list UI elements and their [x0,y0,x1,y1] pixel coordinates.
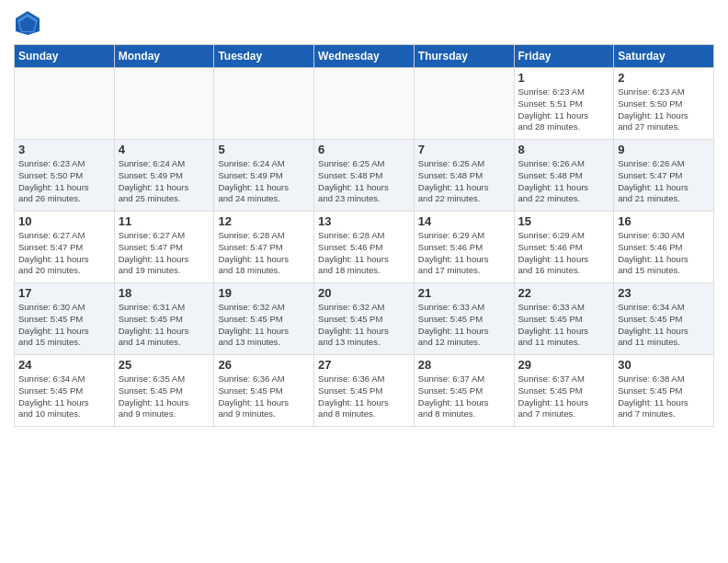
calendar-week-1: 1Sunrise: 6:23 AM Sunset: 5:51 PM Daylig… [15,68,714,140]
calendar-cell: 24Sunrise: 6:34 AM Sunset: 5:45 PM Dayli… [15,355,115,427]
day-info: Sunrise: 6:30 AM Sunset: 5:45 PM Dayligh… [18,302,110,349]
calendar-cell: 11Sunrise: 6:27 AM Sunset: 5:47 PM Dayli… [114,212,214,283]
day-number: 11 [119,214,210,228]
weekday-header-friday: Friday [514,45,614,68]
calendar-cell: 15Sunrise: 6:29 AM Sunset: 5:46 PM Dayli… [514,212,614,283]
day-info: Sunrise: 6:24 AM Sunset: 5:49 PM Dayligh… [218,158,310,205]
day-info: Sunrise: 6:33 AM Sunset: 5:45 PM Dayligh… [518,302,610,349]
day-number: 30 [618,358,710,372]
day-info: Sunrise: 6:31 AM Sunset: 5:45 PM Dayligh… [119,302,210,349]
weekday-header-thursday: Thursday [414,45,514,68]
calendar-cell [314,68,415,140]
day-number: 28 [418,358,510,372]
day-info: Sunrise: 6:36 AM Sunset: 5:45 PM Dayligh… [218,373,310,420]
day-info: Sunrise: 6:25 AM Sunset: 5:48 PM Dayligh… [318,158,410,205]
day-number: 17 [18,286,110,300]
calendar-cell: 27Sunrise: 6:36 AM Sunset: 5:45 PM Dayli… [314,355,415,427]
calendar-cell: 6Sunrise: 6:25 AM Sunset: 5:48 PM Daylig… [314,140,415,212]
weekday-header-saturday: Saturday [614,45,714,68]
calendar-cell: 23Sunrise: 6:34 AM Sunset: 5:45 PM Dayli… [614,283,714,355]
day-info: Sunrise: 6:29 AM Sunset: 5:46 PM Dayligh… [418,230,510,277]
calendar-cell [214,68,314,140]
calendar-cell: 4Sunrise: 6:24 AM Sunset: 5:49 PM Daylig… [114,140,214,212]
calendar-week-2: 3Sunrise: 6:23 AM Sunset: 5:50 PM Daylig… [15,140,714,212]
day-number: 1 [518,71,610,85]
day-info: Sunrise: 6:28 AM Sunset: 5:47 PM Dayligh… [218,230,310,277]
calendar-cell: 19Sunrise: 6:32 AM Sunset: 5:45 PM Dayli… [214,283,314,355]
day-number: 19 [218,286,310,300]
day-info: Sunrise: 6:34 AM Sunset: 5:45 PM Dayligh… [18,373,110,420]
calendar-cell: 26Sunrise: 6:36 AM Sunset: 5:45 PM Dayli… [214,355,314,427]
day-number: 15 [518,214,610,228]
calendar-cell: 16Sunrise: 6:30 AM Sunset: 5:46 PM Dayli… [614,212,714,283]
weekday-header-wednesday: Wednesday [314,45,415,68]
day-info: Sunrise: 6:34 AM Sunset: 5:45 PM Dayligh… [618,302,710,349]
day-info: Sunrise: 6:38 AM Sunset: 5:45 PM Dayligh… [618,373,710,420]
day-info: Sunrise: 6:27 AM Sunset: 5:47 PM Dayligh… [18,230,110,277]
calendar-cell: 7Sunrise: 6:25 AM Sunset: 5:48 PM Daylig… [414,140,514,212]
day-info: Sunrise: 6:23 AM Sunset: 5:50 PM Dayligh… [18,158,110,205]
day-number: 24 [18,358,110,372]
day-info: Sunrise: 6:30 AM Sunset: 5:46 PM Dayligh… [618,230,710,277]
day-info: Sunrise: 6:37 AM Sunset: 5:45 PM Dayligh… [518,373,610,420]
calendar: SundayMondayTuesdayWednesdayThursdayFrid… [14,44,714,427]
day-number: 20 [318,286,410,300]
day-info: Sunrise: 6:27 AM Sunset: 5:47 PM Dayligh… [119,230,210,277]
weekday-header-tuesday: Tuesday [214,45,314,68]
day-number: 29 [518,358,610,372]
calendar-cell: 17Sunrise: 6:30 AM Sunset: 5:45 PM Dayli… [15,283,115,355]
calendar-week-4: 17Sunrise: 6:30 AM Sunset: 5:45 PM Dayli… [15,283,714,355]
weekday-header-sunday: Sunday [15,45,115,68]
calendar-week-5: 24Sunrise: 6:34 AM Sunset: 5:45 PM Dayli… [15,355,714,427]
calendar-cell: 8Sunrise: 6:26 AM Sunset: 5:48 PM Daylig… [514,140,614,212]
header [14,9,714,37]
calendar-cell [414,68,514,140]
day-number: 21 [418,286,510,300]
calendar-cell: 18Sunrise: 6:31 AM Sunset: 5:45 PM Dayli… [114,283,214,355]
day-number: 7 [418,143,510,156]
calendar-cell: 3Sunrise: 6:23 AM Sunset: 5:50 PM Daylig… [15,140,115,212]
calendar-cell: 29Sunrise: 6:37 AM Sunset: 5:45 PM Dayli… [514,355,614,427]
day-info: Sunrise: 6:26 AM Sunset: 5:47 PM Dayligh… [618,158,710,205]
calendar-cell [15,68,115,140]
day-number: 4 [119,143,210,156]
logo-icon [14,9,41,37]
day-info: Sunrise: 6:32 AM Sunset: 5:45 PM Dayligh… [218,302,310,349]
day-number: 10 [18,214,110,228]
day-number: 23 [618,286,710,300]
day-info: Sunrise: 6:23 AM Sunset: 5:51 PM Dayligh… [518,86,610,133]
calendar-cell: 22Sunrise: 6:33 AM Sunset: 5:45 PM Dayli… [514,283,614,355]
day-number: 9 [618,143,710,156]
calendar-cell: 20Sunrise: 6:32 AM Sunset: 5:45 PM Dayli… [314,283,415,355]
calendar-cell: 28Sunrise: 6:37 AM Sunset: 5:45 PM Dayli… [414,355,514,427]
day-number: 2 [618,71,710,85]
day-number: 25 [119,358,210,372]
logo [14,9,45,37]
calendar-cell: 13Sunrise: 6:28 AM Sunset: 5:46 PM Dayli… [314,212,415,283]
day-info: Sunrise: 6:23 AM Sunset: 5:50 PM Dayligh… [618,86,710,133]
calendar-cell: 2Sunrise: 6:23 AM Sunset: 5:50 PM Daylig… [614,68,714,140]
day-info: Sunrise: 6:25 AM Sunset: 5:48 PM Dayligh… [418,158,510,205]
calendar-cell: 25Sunrise: 6:35 AM Sunset: 5:45 PM Dayli… [114,355,214,427]
day-info: Sunrise: 6:36 AM Sunset: 5:45 PM Dayligh… [318,373,410,420]
day-info: Sunrise: 6:33 AM Sunset: 5:45 PM Dayligh… [418,302,510,349]
day-number: 13 [318,214,410,228]
calendar-cell: 10Sunrise: 6:27 AM Sunset: 5:47 PM Dayli… [15,212,115,283]
day-info: Sunrise: 6:32 AM Sunset: 5:45 PM Dayligh… [318,302,410,349]
day-number: 18 [119,286,210,300]
calendar-cell: 1Sunrise: 6:23 AM Sunset: 5:51 PM Daylig… [514,68,614,140]
day-info: Sunrise: 6:35 AM Sunset: 5:45 PM Dayligh… [119,373,210,420]
day-number: 14 [418,214,510,228]
day-number: 16 [618,214,710,228]
day-number: 3 [18,143,110,156]
day-info: Sunrise: 6:24 AM Sunset: 5:49 PM Dayligh… [119,158,210,205]
day-number: 6 [318,143,410,156]
calendar-cell: 14Sunrise: 6:29 AM Sunset: 5:46 PM Dayli… [414,212,514,283]
day-number: 8 [518,143,610,156]
day-number: 27 [318,358,410,372]
weekday-header-row: SundayMondayTuesdayWednesdayThursdayFrid… [15,45,714,68]
day-info: Sunrise: 6:26 AM Sunset: 5:48 PM Dayligh… [518,158,610,205]
day-number: 26 [218,358,310,372]
calendar-cell: 30Sunrise: 6:38 AM Sunset: 5:45 PM Dayli… [614,355,714,427]
weekday-header-monday: Monday [114,45,214,68]
